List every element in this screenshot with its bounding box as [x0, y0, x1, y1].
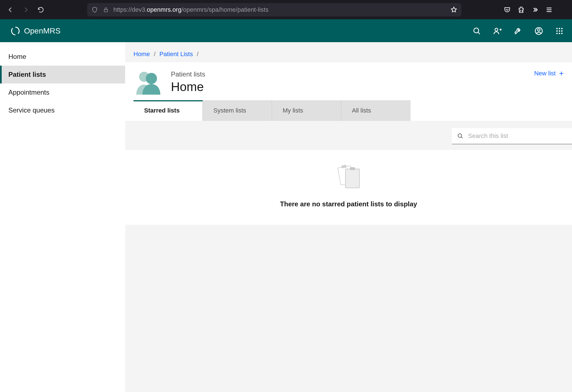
sidebar: Home Patient lists Appointments Service … — [0, 42, 125, 392]
brand-name: OpenMRS — [24, 27, 61, 35]
tab-my-lists[interactable]: My lists — [272, 100, 341, 121]
search-input[interactable] — [468, 132, 567, 140]
menu-icon[interactable] — [545, 5, 554, 14]
tab-label: My lists — [283, 107, 303, 114]
svg-point-10 — [561, 30, 563, 32]
svg-point-8 — [556, 30, 558, 32]
shield-icon — [91, 6, 98, 13]
overflow-icon[interactable] — [531, 5, 540, 14]
browser-url-text: https://dev3.openmrs.org/openmrs/spa/hom… — [113, 6, 446, 13]
main-area: Home / Patient Lists / — [125, 42, 572, 392]
sidebar-item-service-queues[interactable]: Service queues — [0, 101, 125, 119]
svg-point-2 — [495, 28, 498, 31]
tab-label: Starred lists — [144, 107, 180, 114]
sidebar-item-label: Home — [8, 53, 26, 61]
new-list-label: New list — [534, 70, 556, 77]
browser-url-bar[interactable]: https://dev3.openmrs.org/openmrs/spa/hom… — [87, 3, 461, 16]
tabs: Starred lists System lists My lists All … — [134, 100, 564, 121]
openmrs-logo-icon — [11, 26, 20, 36]
svg-point-13 — [561, 33, 563, 34]
search-icon[interactable] — [473, 27, 481, 35]
svg-point-11 — [556, 33, 558, 34]
plus-icon: + — [559, 70, 564, 77]
tab-label: System lists — [213, 107, 246, 114]
clipboard-icon — [333, 161, 364, 192]
breadcrumb-separator: / — [197, 51, 199, 58]
tab-all-lists[interactable]: All lists — [341, 100, 411, 121]
tab-label: All lists — [352, 107, 371, 114]
page-title: Home — [171, 80, 205, 94]
sidebar-item-patient-lists[interactable]: Patient lists — [0, 66, 125, 83]
search-field[interactable] — [452, 128, 572, 144]
tools-icon[interactable] — [514, 27, 522, 35]
patients-icon — [134, 70, 164, 95]
breadcrumb-home[interactable]: Home — [134, 51, 150, 58]
browser-forward-button[interactable] — [21, 5, 31, 15]
sidebar-item-home[interactable]: Home — [0, 48, 125, 66]
svg-rect-20 — [350, 167, 355, 170]
bookmark-icon[interactable] — [450, 6, 457, 13]
svg-point-4 — [538, 29, 540, 31]
sidebar-item-appointments[interactable]: Appointments — [0, 83, 125, 101]
svg-point-1 — [474, 28, 479, 33]
sidebar-item-label: Patient lists — [8, 71, 46, 78]
sidebar-item-label: Service queues — [8, 106, 54, 114]
svg-point-6 — [559, 28, 560, 29]
extensions-icon[interactable] — [517, 5, 526, 14]
breadcrumb: Home / Patient Lists / — [125, 42, 572, 62]
svg-point-9 — [559, 30, 560, 32]
sidebar-item-label: Appointments — [8, 89, 49, 96]
svg-point-15 — [146, 73, 157, 84]
svg-rect-19 — [345, 169, 359, 188]
app-header: OpenMRS — [0, 19, 572, 42]
page-subtitle: Patient lists — [171, 70, 205, 78]
app-grid-icon[interactable] — [555, 27, 564, 35]
lock-icon — [102, 6, 109, 13]
page-header: Patient lists Home New list + Starred li… — [125, 62, 572, 121]
pocket-icon[interactable] — [503, 5, 512, 14]
browser-back-button[interactable] — [6, 5, 16, 15]
svg-rect-0 — [104, 9, 108, 12]
search-icon — [457, 133, 464, 139]
breadcrumb-patient-lists[interactable]: Patient Lists — [159, 51, 193, 58]
svg-point-7 — [561, 28, 563, 29]
brand[interactable]: OpenMRS — [11, 26, 61, 36]
user-account-icon[interactable] — [535, 27, 543, 35]
breadcrumb-separator: / — [154, 51, 156, 58]
tab-system-lists[interactable]: System lists — [203, 100, 272, 121]
tab-starred-lists[interactable]: Starred lists — [134, 100, 203, 121]
add-patient-icon[interactable] — [493, 27, 502, 35]
empty-state-panel: There are no starred patient lists to di… — [125, 150, 572, 225]
svg-point-5 — [556, 28, 558, 29]
browser-toolbar: https://dev3.openmrs.org/openmrs/spa/hom… — [0, 0, 572, 19]
new-list-button[interactable]: New list + — [534, 70, 564, 77]
empty-state-message: There are no starred patient lists to di… — [280, 200, 417, 208]
browser-reload-button[interactable] — [36, 5, 46, 15]
svg-point-12 — [559, 33, 560, 34]
